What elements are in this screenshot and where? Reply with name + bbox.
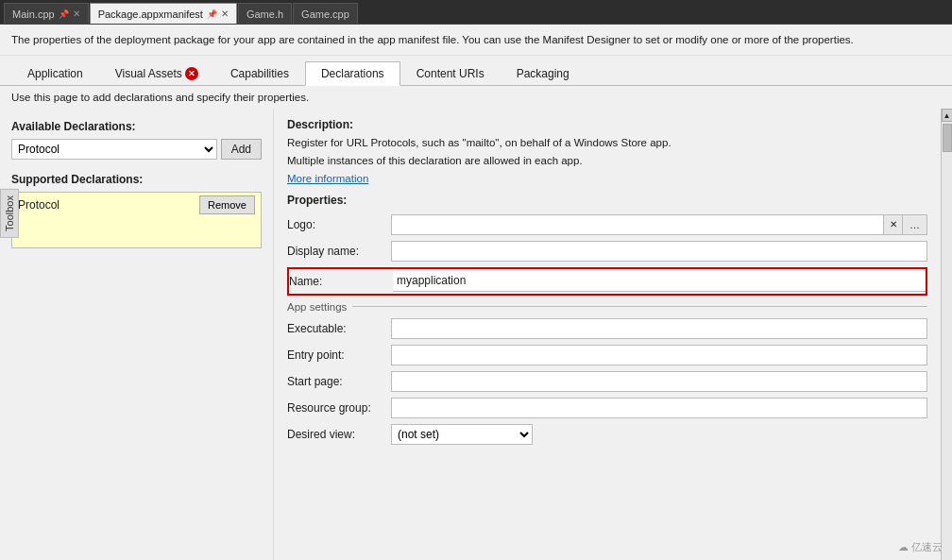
main-area: The properties of the deployment package… (0, 25, 952, 560)
tab-content-uris[interactable]: Content URIs (400, 61, 501, 85)
start-page-row: Start page: (287, 371, 927, 392)
description-title: Description: (287, 118, 927, 131)
error-badge: ✕ (185, 67, 198, 80)
logo-input-group: ✕ … (391, 214, 927, 235)
tab-packaging-label: Packaging (517, 67, 570, 80)
logo-browse-button[interactable]: … (903, 214, 927, 235)
page-description: Use this page to add declarations and sp… (0, 86, 952, 109)
start-page-label: Start page: (287, 375, 391, 388)
info-banner-text: The properties of the deployment package… (11, 34, 854, 45)
description-text1: Register for URL Protocols, such as "mai… (287, 135, 927, 151)
section-tabs: Application Visual Assets ✕ Capabilities… (0, 56, 952, 86)
watermark-icon: ☁ (898, 541, 909, 553)
supported-item-label: Protocol (18, 198, 60, 212)
supported-declarations-list: Protocol Remove (11, 192, 262, 248)
tab-visual-assets-label: Visual Assets (115, 67, 182, 80)
executable-input[interactable] (391, 318, 927, 339)
name-label: Name: (289, 275, 393, 288)
description-text2: Multiple instances of this declaration a… (287, 153, 927, 169)
add-declaration-button[interactable]: Add (221, 139, 262, 160)
resource-group-row: Resource group: (287, 398, 927, 418)
app-settings-line (352, 306, 927, 307)
logo-label: Logo: (287, 218, 391, 231)
scroll-thumb[interactable] (943, 124, 952, 152)
resource-group-input[interactable] (391, 398, 927, 418)
display-name-input[interactable] (391, 241, 927, 262)
entry-point-label: Entry point: (287, 348, 391, 362)
supported-item-protocol[interactable]: Protocol Remove (12, 193, 261, 217)
tab-label: Game.cpp (301, 8, 349, 20)
executable-row: Executable: (287, 318, 927, 339)
logo-input[interactable] (391, 214, 884, 235)
tab-label: Game.h (246, 8, 283, 20)
more-information-link[interactable]: More information (287, 173, 368, 184)
available-declarations-row: Protocol Background Tasks File Type Asso… (11, 139, 262, 160)
watermark-text: 亿速云 (911, 540, 943, 554)
info-banner: The properties of the deployment package… (0, 25, 952, 56)
name-input[interactable] (393, 271, 926, 292)
desired-view-select[interactable]: (not set) Default UseLess UseHalf UseMor… (391, 424, 533, 445)
tab-label: Main.cpp (12, 8, 55, 20)
entry-point-row: Entry point: (287, 345, 927, 365)
supported-declarations-title: Supported Declarations: (11, 173, 262, 186)
tab-capabilities[interactable]: Capabilities (214, 61, 305, 85)
desired-view-row: Desired view: (not set) Default UseLess … (287, 424, 927, 445)
pin-icon: 📌 (207, 9, 217, 19)
close-icon[interactable]: ✕ (73, 8, 80, 19)
watermark: ☁ 亿速云 (898, 540, 943, 554)
tab-visual-assets[interactable]: Visual Assets ✕ (99, 61, 214, 85)
right-scrollbar[interactable]: ▲ (941, 109, 952, 560)
available-declarations-title: Available Declarations: (11, 120, 262, 133)
desired-view-label: Desired view: (287, 428, 391, 441)
scroll-up-button[interactable]: ▲ (942, 109, 953, 122)
properties-title: Properties: (287, 194, 927, 207)
toolbox-tab[interactable]: Toolbox (0, 189, 19, 238)
start-page-input[interactable] (391, 371, 927, 392)
display-name-label: Display name: (287, 245, 391, 258)
tab-application-label: Application (27, 67, 83, 80)
content-area: Available Declarations: Protocol Backgro… (0, 109, 952, 560)
remove-declaration-button[interactable]: Remove (199, 195, 255, 214)
tab-label: Package.appxmanifest (98, 8, 203, 20)
tab-bar: Main.cpp 📌 ✕ Package.appxmanifest 📌 ✕ Ga… (0, 0, 952, 25)
display-name-row: Display name: (287, 241, 927, 262)
app-settings-divider: App settings (287, 301, 927, 313)
close-icon[interactable]: ✕ (221, 8, 229, 19)
toolbox-label: Toolbox (4, 195, 15, 231)
tab-application[interactable]: Application (11, 61, 99, 85)
logo-clear-button[interactable]: ✕ (884, 214, 903, 235)
logo-row: Logo: ✕ … (287, 214, 927, 235)
name-row: Name: (287, 267, 927, 296)
tab-game-cpp[interactable]: Game.cpp (293, 3, 358, 24)
page-description-text: Use this page to add declarations and sp… (11, 92, 309, 103)
tab-package-appxmanifest[interactable]: Package.appxmanifest 📌 ✕ (90, 3, 237, 24)
tab-main-cpp[interactable]: Main.cpp 📌 ✕ (4, 3, 89, 24)
resource-group-label: Resource group: (287, 401, 391, 415)
pin-icon: 📌 (59, 9, 69, 19)
tab-declarations-label: Declarations (321, 67, 384, 80)
tab-declarations[interactable]: Declarations (305, 61, 400, 86)
entry-point-input[interactable] (391, 345, 927, 365)
executable-label: Executable: (287, 322, 391, 335)
right-panel: Description: Register for URL Protocols,… (274, 109, 941, 560)
available-declarations-dropdown[interactable]: Protocol Background Tasks File Type Asso… (11, 139, 217, 160)
left-panel: Available Declarations: Protocol Backgro… (0, 109, 274, 560)
app-settings-label: App settings (287, 301, 347, 313)
tab-capabilities-label: Capabilities (230, 67, 289, 80)
tab-packaging[interactable]: Packaging (501, 61, 586, 85)
tab-game-h[interactable]: Game.h (238, 3, 292, 24)
tab-content-uris-label: Content URIs (416, 67, 484, 80)
